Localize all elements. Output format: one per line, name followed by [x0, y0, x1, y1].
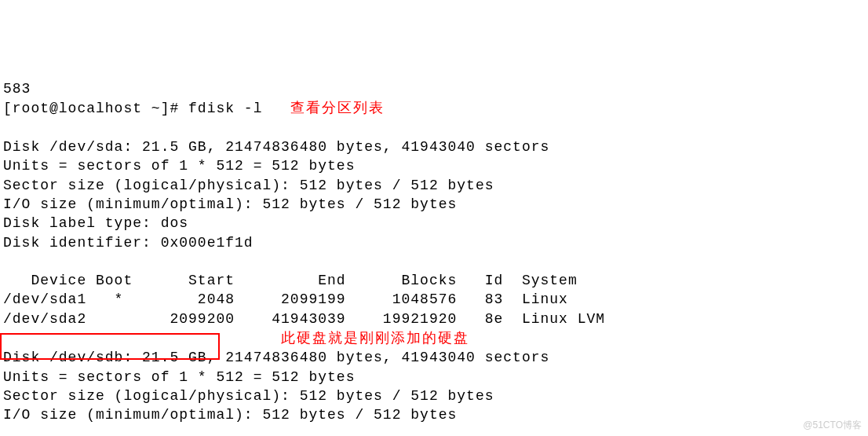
partition-table-header: Device Boot Start End Blocks Id System [3, 273, 578, 288]
partition-row-sda1: /dev/sda1 * 2048 2099199 1048576 83 Linu… [3, 291, 568, 307]
disk-sdb-units: Units = sectors of 1 * 512 = 512 bytes [3, 369, 355, 385]
disk-sda-io-size: I/O size (minimum/optimal): 512 bytes / … [3, 196, 457, 212]
terminal-output: 583 [root@localhost ~]# fdisk -l 查看分区列表 … [3, 79, 865, 424]
watermark: @51CTO博客 [803, 419, 862, 431]
disk-sdb-sector-size: Sector size (logical/physical): 512 byte… [3, 388, 494, 404]
disk-sdb-header: Disk /dev/sdb: 21.5 GB, 21474836480 byte… [3, 350, 549, 365]
partition-row-sda2: /dev/sda2 2099200 41943039 19921920 8e L… [3, 311, 605, 327]
annotation-new-disk: 此硬盘就是刚刚添加的硬盘 [281, 330, 469, 346]
disk-sda-label-type: Disk label type: dos [3, 215, 188, 231]
disk-sda-identifier: Disk identifier: 0x000e1f1d [3, 235, 253, 251]
disk-sda-units: Units = sectors of 1 * 512 = 512 bytes [3, 158, 355, 174]
disk-sdb-io-size: I/O size (minimum/optimal): 512 bytes / … [3, 407, 457, 423]
shell-prompt: [root@localhost ~]# [3, 101, 188, 116]
annotation-view-partitions: 查看分区列表 [290, 100, 385, 115]
disk-sda-sector-size: Sector size (logical/physical): 512 byte… [3, 178, 494, 193]
line-number: 583 [3, 81, 31, 97]
disk-sda-header: Disk /dev/sda: 21.5 GB, 21474836480 byte… [3, 139, 549, 155]
command: fdisk -l [188, 101, 262, 116]
